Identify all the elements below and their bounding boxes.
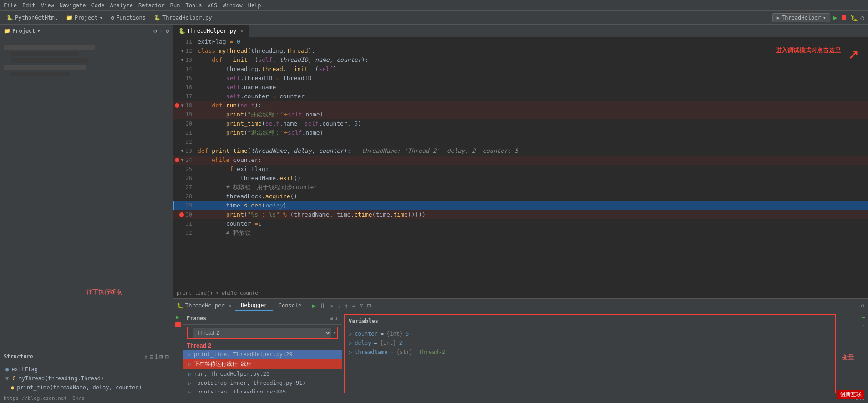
settings-icon[interactable]: ⚙ <box>153 28 157 34</box>
functions-button[interactable]: ⚙ Functions <box>108 14 148 22</box>
gear2-icon[interactable]: ⚙ <box>166 28 169 34</box>
project-button[interactable]: 📁 Project ▾ <box>63 14 106 22</box>
sort-icon[interactable]: ↕ <box>144 353 147 360</box>
dropdown-arrow: ▾ <box>823 15 826 21</box>
frame-item-2[interactable]: ▷ run, ThreadHelper.py:20 <box>183 369 342 378</box>
evaluate-icon[interactable]: ⌥ <box>359 301 364 310</box>
run-side-icon[interactable]: ▶ <box>176 314 179 320</box>
menu-bar: File Edit View Navigate Code Analyze Ref… <box>0 0 868 11</box>
stop-button[interactable]: ⏹ <box>840 13 848 22</box>
line-number-25: 25 <box>173 165 196 174</box>
var-expand-icon-2[interactable]: ▷ <box>349 349 352 355</box>
step-into-icon[interactable]: ↓ <box>336 301 341 310</box>
fold-18[interactable]: ▼ <box>181 101 184 110</box>
app-title[interactable]: 🐍 PythonGetHtml <box>4 14 61 22</box>
expand-icon[interactable]: ⊞ <box>159 353 163 360</box>
line-content-22 <box>196 137 868 146</box>
debug-button[interactable]: 🐛 <box>850 14 858 21</box>
more-icon[interactable]: ⋮ <box>861 323 866 328</box>
line-number-30: 30 <box>173 210 196 219</box>
thread-dropdown[interactable]: Thread-2 Thread-1 MainThread <box>193 328 331 338</box>
menu-tools[interactable]: Tools <box>185 2 202 9</box>
python-file-icon: 🐍 <box>154 15 161 21</box>
menu-run[interactable]: Run <box>170 2 180 9</box>
fold-12[interactable]: ▼ <box>181 46 184 55</box>
class-icon: C <box>12 375 15 382</box>
python-tab-icon: 🐍 <box>178 28 185 34</box>
line-number-22: 22 <box>173 137 196 146</box>
expand-arrow[interactable]: ▼ <box>5 375 9 382</box>
editor-area: 🐍 ThreadHelper.py × 进入调试模式时点击这里 ↗ 11 exi… <box>173 25 868 403</box>
next-frame-icon[interactable]: ⊞ <box>366 301 371 310</box>
fold-24[interactable]: ▼ <box>181 156 184 165</box>
structure-item-printtime[interactable]: ● print_time(threadName, delay, counter) <box>0 383 173 392</box>
menu-edit[interactable]: Edit <box>22 2 36 9</box>
thread-selector[interactable]: ≡ Thread-2 Thread-1 MainThread ▾ <box>187 327 338 339</box>
debug-content: ▶ Frames ⊞ ↓ ≡ <box>173 312 868 403</box>
editor-tabs: 🐍 ThreadHelper.py × <box>173 25 868 37</box>
menu-code[interactable]: Code <box>91 2 105 9</box>
structure-item-exitflag[interactable]: ● exitFlag <box>0 365 173 374</box>
debug-gear-icon[interactable]: ⚙ <box>858 302 868 309</box>
coverage-button[interactable]: ◎ <box>861 14 864 21</box>
fold-13[interactable]: ▼ <box>181 55 184 65</box>
code-line-25: 25 if exitFlag: <box>173 165 868 174</box>
breakpoint-30[interactable] <box>179 212 184 217</box>
add-var-icon[interactable]: + <box>861 314 865 321</box>
run-to-cursor-icon[interactable]: ⇥ <box>351 301 356 310</box>
menu-view[interactable]: View <box>41 2 54 9</box>
var-value-2: 'Thread-2' <box>416 349 448 355</box>
step-out-icon[interactable]: ↑ <box>344 301 349 310</box>
status-speed: 0k/s <box>72 395 85 401</box>
functions-icon: ⚙ <box>111 15 114 21</box>
close-debug-icon[interactable]: × <box>228 302 232 309</box>
line-number-32: 32 <box>173 228 196 237</box>
collapse-frames-icon[interactable]: ↓ <box>335 315 338 322</box>
line-content-24: while counter: <box>196 156 868 165</box>
var-name-1: delay <box>355 340 371 346</box>
resume-icon[interactable]: ▶ <box>311 301 316 310</box>
editor-tab-threadhelper[interactable]: 🐍 ThreadHelper.py × <box>173 25 249 37</box>
threadhelper-file[interactable]: 🐍 ThreadHelper.py <box>151 14 214 22</box>
code-editor[interactable]: 进入调试模式时点击这里 ↗ 11 exitFlag = 0 ▼ 12 class… <box>173 37 868 288</box>
step-over-icon[interactable]: ↷ <box>329 301 334 310</box>
code-line-24: ▼ 24 while counter: <box>173 156 868 165</box>
code-line-32: 32 # 释放锁 <box>173 228 868 237</box>
menu-file[interactable]: File <box>4 2 17 9</box>
filter-icon[interactable]: ≡ <box>150 353 153 360</box>
info-icon[interactable]: ℹ <box>155 353 157 360</box>
thread-dropdown-arrow[interactable]: ▾ <box>333 330 336 336</box>
stop-side-icon[interactable] <box>175 322 181 327</box>
menu-help[interactable]: Help <box>248 2 261 9</box>
var-expand-icon-1[interactable]: ▷ <box>349 340 352 346</box>
frame-item-0[interactable]: ▷ print_time, ThreadHelper.py:29 <box>183 350 342 359</box>
options-icon[interactable]: ≡ <box>160 28 163 34</box>
menu-navigate[interactable]: Navigate <box>60 2 86 9</box>
breakpoint-18[interactable] <box>175 103 179 108</box>
fold-23[interactable]: ▼ <box>181 146 184 156</box>
code-line-12: ▼ 12 class myThread(threading.Thread): <box>173 46 868 55</box>
tab-debugger[interactable]: Debugger <box>235 300 273 311</box>
run-config-selector[interactable]: ▶ ThreadHelper ▾ <box>772 13 830 22</box>
code-line-20: 20 print_time(self.name, self.counter, 5… <box>173 119 868 128</box>
menu-window[interactable]: Window <box>223 2 242 9</box>
breakpoint-24[interactable] <box>175 158 179 162</box>
expand-frames-icon[interactable]: ⊞ <box>330 315 333 322</box>
collapse-icon[interactable]: ⊟ <box>165 353 169 360</box>
menu-analyze[interactable]: Analyze <box>110 2 133 9</box>
frame-label-2: run, ThreadHelper.py:20 <box>194 371 269 377</box>
line-number-17: 17 <box>173 92 196 101</box>
frame-item-3[interactable]: ▷ _bootstrap_inner, threading.py:917 <box>183 378 342 388</box>
close-tab-icon[interactable]: × <box>240 28 243 34</box>
code-line-11: 11 exitFlag = 0 <box>173 37 868 46</box>
tab-console[interactable]: Console <box>273 301 308 311</box>
var-expand-icon[interactable]: ▷ <box>349 331 352 337</box>
frame-item-1[interactable]: ▷ 正在等待运行线程 线程 <box>183 359 342 369</box>
pause-icon[interactable]: ⏸ <box>319 301 327 310</box>
menu-vcs[interactable]: VCS <box>208 2 218 9</box>
project-tree[interactable] <box>0 37 173 350</box>
run-button[interactable]: ▶ <box>833 13 838 22</box>
structure-item-mythread[interactable]: ▼ C myThread(threading.Thread) <box>0 374 173 383</box>
var-item-0: ▷ counter = {int} 5 <box>349 329 832 338</box>
menu-refactor[interactable]: Refactor <box>138 2 165 9</box>
